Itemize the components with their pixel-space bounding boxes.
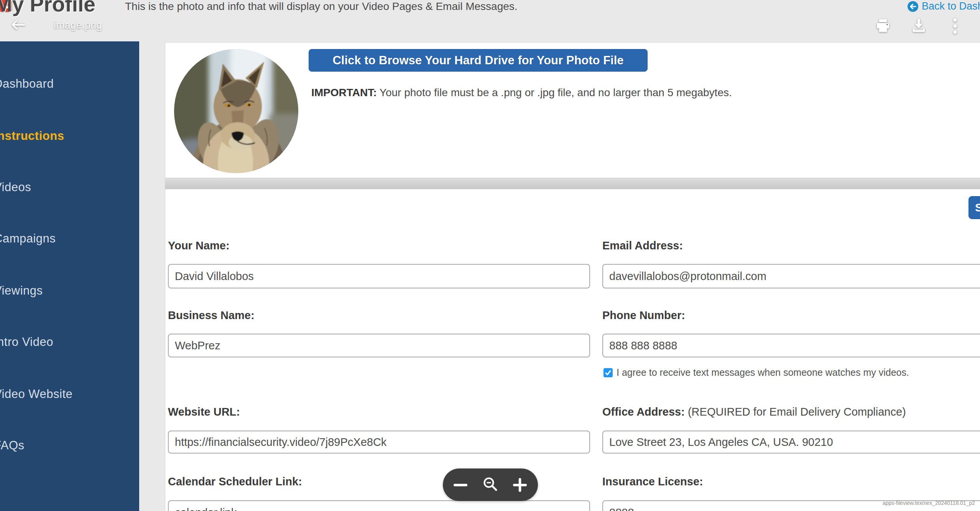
back-to-dashboard-link[interactable]: Back to Dashboard <box>907 0 980 12</box>
zoom-in-icon[interactable] <box>513 478 527 492</box>
sidebar: Dashboard Instructions Videos Campaigns … <box>0 41 139 511</box>
zoom-out-icon[interactable] <box>454 483 469 487</box>
more-options-icon[interactable] <box>953 18 957 36</box>
zoom-reset-icon[interactable] <box>482 477 499 493</box>
back-link-label: Back to Dashboard <box>922 0 980 12</box>
important-text: Your photo file must be a .png or .jpg f… <box>377 87 732 98</box>
phone-label: Phone Number: <box>602 309 685 322</box>
sidebar-item-campaigns[interactable]: Campaigns <box>0 232 56 246</box>
sidebar-item-videos[interactable]: Videos <box>0 180 31 194</box>
card-divider <box>165 178 980 189</box>
viewer-watermark: apps-fileview.texmex_20240118.01_p2 <box>867 500 975 506</box>
viewer-filename: image.png <box>54 20 102 31</box>
page-title: My Profile <box>0 0 95 15</box>
profile-form-card: Save Your Name: Email Address: Business … <box>165 189 980 511</box>
website-url-label: Website URL: <box>168 406 240 418</box>
email-input[interactable] <box>602 264 980 288</box>
email-label: Email Address: <box>602 239 683 252</box>
calendar-link-input[interactable] <box>168 500 590 511</box>
your-name-label: Your Name: <box>168 239 230 252</box>
office-address-label: Office Address: (REQUIRED for Email Deli… <box>602 406 906 418</box>
viewer-back-icon[interactable] <box>11 19 25 32</box>
page-subtitle: This is the photo and info that will dis… <box>125 0 518 13</box>
website-url-input[interactable] <box>168 431 590 454</box>
sidebar-item-dashboard[interactable]: Dashboard <box>0 77 54 91</box>
profile-photo[interactable] <box>174 49 298 173</box>
sidebar-item-instructions[interactable]: Instructions <box>0 129 64 143</box>
sms-agree-label: I agree to receive text messages when so… <box>617 367 909 378</box>
download-icon[interactable] <box>912 18 925 34</box>
photo-important-note: IMPORTANT: Your photo file must be a .pn… <box>311 87 732 99</box>
business-name-input[interactable] <box>168 334 590 357</box>
print-icon[interactable] <box>876 19 890 34</box>
phone-input[interactable] <box>602 334 980 357</box>
sidebar-item-intro-video[interactable]: Intro Video <box>0 335 53 349</box>
viewer-zoom-controls <box>443 468 538 501</box>
calendar-link-label: Calendar Scheduler Link: <box>168 475 302 488</box>
sidebar-item-viewings[interactable]: Viewings <box>0 284 43 298</box>
browse-photo-button[interactable]: Click to Browse Your Hard Drive for Your… <box>309 49 648 72</box>
office-address-note: (REQUIRED for Email Delivery Compliance) <box>685 406 906 418</box>
business-name-label: Business Name: <box>168 309 255 322</box>
sms-agree-row: I agree to receive text messages when so… <box>603 367 909 378</box>
sms-agree-checkbox[interactable] <box>603 368 613 377</box>
save-button[interactable]: Save <box>968 196 980 219</box>
your-name-input[interactable] <box>168 264 590 288</box>
photo-card: Click to Browse Your Hard Drive for Your… <box>165 42 980 178</box>
insurance-license-label: Insurance License: <box>602 475 703 488</box>
office-address-input[interactable] <box>602 431 980 454</box>
office-address-label-bold: Office Address: <box>602 406 685 418</box>
sidebar-item-faqs[interactable]: FAQs <box>0 439 25 452</box>
screen: My Profile This is the photo and info th… <box>0 0 980 511</box>
back-circle-icon <box>907 1 919 12</box>
important-label: IMPORTANT: <box>311 87 377 98</box>
sidebar-item-video-website[interactable]: Video Website <box>0 387 72 401</box>
